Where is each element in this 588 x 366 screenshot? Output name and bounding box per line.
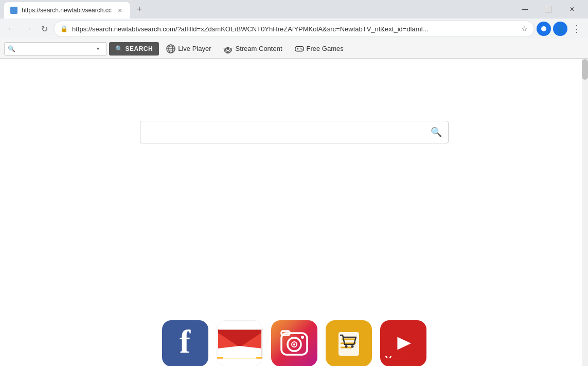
center-search-icon[interactable]: 🔍 xyxy=(431,126,442,138)
podcast-icon xyxy=(223,44,233,53)
facebook-shortcut[interactable]: f xyxy=(162,320,208,366)
tab-title: https://search.newtabtvsearch.cc xyxy=(22,7,112,14)
toolbar-search-box: 🔍 ▾ xyxy=(4,42,107,56)
window-controls: — ⬜ ✕ xyxy=(513,0,584,19)
forward-button[interactable]: → xyxy=(21,22,35,36)
close-button[interactable]: ✕ xyxy=(560,0,584,19)
stream-content-label: Stream Content xyxy=(235,45,282,52)
browser-chrome: https://search.newtabtvsearch.cc ✕ + — ⬜… xyxy=(0,0,588,59)
address-bar: ← → ↻ 🔒 ☆ 👤 ⋮ xyxy=(0,19,588,39)
svg-point-35 xyxy=(301,336,304,339)
lock-icon: 🔒 xyxy=(60,25,68,32)
address-input[interactable] xyxy=(72,25,517,33)
svg-rect-9 xyxy=(295,46,303,51)
svg-point-42 xyxy=(351,345,353,348)
browser-tab[interactable]: https://search.newtabtvsearch.cc ✕ xyxy=(4,2,130,19)
free-games-label: Free Games xyxy=(307,45,344,52)
refresh-icon: ↻ xyxy=(41,24,48,34)
center-search-bar: 🔍 xyxy=(140,121,449,143)
svg-point-12 xyxy=(300,48,301,49)
svg-point-6 xyxy=(226,47,229,50)
youtube-icon: You xyxy=(383,328,424,358)
gmail-shortcut[interactable] xyxy=(217,320,263,366)
facebook-logo: f xyxy=(180,325,190,361)
live-player-link[interactable]: Live Player xyxy=(161,42,216,56)
more-icon: ⋮ xyxy=(572,23,581,34)
shopping-icon xyxy=(333,328,364,359)
toolbar: 🔍 ▾ 🔍 SEARCH Live Player xyxy=(0,39,588,59)
search-button[interactable]: 🔍 SEARCH xyxy=(109,42,159,56)
bookmark-star-button[interactable]: ☆ xyxy=(521,25,528,33)
refresh-button[interactable]: ↻ xyxy=(37,22,51,36)
profile-button[interactable]: 👤 xyxy=(553,22,567,36)
svg-point-13 xyxy=(301,49,302,50)
svg-point-41 xyxy=(345,345,347,348)
more-options-button[interactable]: ⋮ xyxy=(569,22,584,36)
shopping-shortcut[interactable] xyxy=(326,320,372,366)
search-button-icon: 🔍 xyxy=(115,45,123,52)
globe-icon xyxy=(166,44,175,53)
minimize-button[interactable]: — xyxy=(513,0,537,19)
free-games-link[interactable]: Free Games xyxy=(290,42,349,56)
live-player-label: Live Player xyxy=(178,45,211,52)
tab-favicon xyxy=(10,7,17,14)
instagram-shortcut[interactable] xyxy=(271,320,317,366)
title-bar: https://search.newtabtvsearch.cc ✕ + — ⬜… xyxy=(0,0,588,19)
address-input-wrap: 🔒 ☆ xyxy=(54,21,534,37)
svg-text:You: You xyxy=(385,354,403,358)
instagram-icon xyxy=(279,328,310,359)
search-button-label: SEARCH xyxy=(126,45,153,52)
center-search-input[interactable] xyxy=(147,127,431,137)
scrollbar-track[interactable] xyxy=(582,59,588,366)
back-button[interactable]: ← xyxy=(4,22,19,36)
scrollbar-thumb[interactable] xyxy=(582,59,588,80)
tab-close-button[interactable]: ✕ xyxy=(116,6,124,14)
extension-icon xyxy=(540,25,548,33)
youtube-shortcut[interactable]: You ▶ YouTube xyxy=(380,320,426,366)
maximize-button[interactable]: ⬜ xyxy=(537,0,560,19)
new-tab-button[interactable]: + xyxy=(132,2,147,16)
toolbar-search-icon: 🔍 xyxy=(8,45,15,52)
back-icon: ← xyxy=(7,24,15,33)
forward-icon: → xyxy=(24,24,32,33)
gamepad-icon xyxy=(295,44,304,53)
toolbar-search-input[interactable] xyxy=(17,45,95,52)
gmail-icon xyxy=(217,320,262,366)
svg-point-0 xyxy=(541,26,546,31)
main-content: 🔍 f xyxy=(0,59,588,366)
svg-point-36 xyxy=(293,343,295,345)
search-dropdown-arrow[interactable]: ▾ xyxy=(97,46,99,51)
profile-icon: 👤 xyxy=(556,25,565,33)
stream-content-link[interactable]: Stream Content xyxy=(218,42,287,56)
site-shortcuts: f xyxy=(162,320,426,366)
extension-button[interactable] xyxy=(537,22,551,36)
